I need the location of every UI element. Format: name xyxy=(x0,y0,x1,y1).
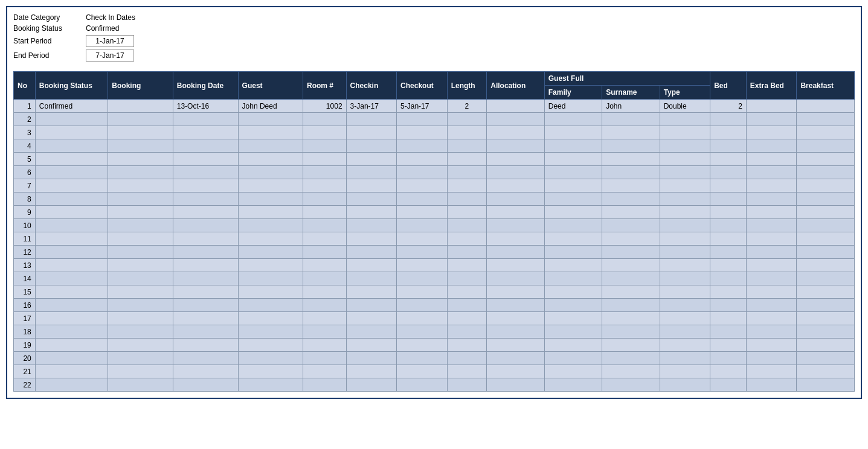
bookings-table: No Booking Status Booking Booking Date G… xyxy=(13,71,855,392)
table-cell xyxy=(710,219,747,232)
table-cell xyxy=(746,272,797,285)
table-row: 9 xyxy=(14,206,855,219)
table-cell: 2 xyxy=(447,100,487,113)
table-cell xyxy=(746,153,797,166)
table-cell xyxy=(710,246,747,259)
start-period-input[interactable]: 1-Jan-17 xyxy=(86,35,134,47)
table-cell xyxy=(108,113,173,126)
table-cell xyxy=(346,285,397,299)
table-cell xyxy=(797,299,855,312)
col-family: Family xyxy=(544,86,602,100)
table-cell xyxy=(108,219,173,232)
table-row: 6 xyxy=(14,166,855,179)
table-cell xyxy=(487,100,544,113)
table-cell xyxy=(346,232,397,246)
end-period-input[interactable]: 7-Jan-17 xyxy=(86,49,134,62)
table-cell xyxy=(173,126,238,139)
col-checkout: Checkout xyxy=(397,72,448,100)
table-cell xyxy=(710,232,747,246)
date-category-row: Date Category Check In Dates xyxy=(13,13,855,22)
table-row: 22 xyxy=(14,378,855,392)
table-cell xyxy=(710,272,747,285)
table-cell xyxy=(108,299,173,312)
table-cell xyxy=(710,352,747,365)
table-cell xyxy=(710,126,747,139)
table-cell xyxy=(397,179,448,193)
table-row: 12 xyxy=(14,246,855,259)
table-row: 14 xyxy=(14,272,855,285)
table-cell xyxy=(710,206,747,219)
table-cell xyxy=(487,299,544,312)
table-cell xyxy=(660,126,710,139)
table-cell xyxy=(397,365,448,378)
table-cell xyxy=(173,312,238,325)
table-cell xyxy=(397,299,448,312)
table-cell xyxy=(238,285,303,299)
table-cell xyxy=(173,325,238,339)
table-cell xyxy=(797,365,855,378)
table-cell xyxy=(108,126,173,139)
table-cell xyxy=(238,352,303,365)
table-cell xyxy=(238,166,303,179)
table-cell xyxy=(797,312,855,325)
table-cell xyxy=(397,352,448,365)
table-row: 8 xyxy=(14,193,855,206)
table-cell xyxy=(660,139,710,153)
table-cell xyxy=(544,325,602,339)
table-cell xyxy=(487,246,544,259)
table-cell: 19 xyxy=(14,339,36,352)
table-cell xyxy=(303,285,346,299)
table-cell xyxy=(35,285,108,299)
table-cell xyxy=(797,259,855,272)
table-cell xyxy=(487,193,544,206)
table-cell xyxy=(238,179,303,193)
col-booking: Booking xyxy=(108,72,173,100)
filter-section: Date Category Check In Dates Booking Sta… xyxy=(13,13,855,62)
table-cell: 17 xyxy=(14,312,36,325)
table-cell xyxy=(487,285,544,299)
booking-status-filter-value: Confirmed xyxy=(86,24,119,33)
date-category-value: Check In Dates xyxy=(86,13,135,22)
table-cell xyxy=(108,352,173,365)
table-cell xyxy=(238,312,303,325)
table-cell xyxy=(710,259,747,272)
table-cell xyxy=(238,193,303,206)
table-cell xyxy=(238,378,303,392)
table-cell xyxy=(710,113,747,126)
table-row: 13 xyxy=(14,259,855,272)
table-cell xyxy=(397,232,448,246)
table-cell xyxy=(108,272,173,285)
table-cell: 11 xyxy=(14,232,36,246)
table-cell xyxy=(35,232,108,246)
col-room: Room # xyxy=(303,72,346,100)
table-cell xyxy=(35,219,108,232)
table-cell xyxy=(710,179,747,193)
table-cell xyxy=(797,285,855,299)
table-cell xyxy=(108,325,173,339)
table-cell xyxy=(447,325,487,339)
table-cell xyxy=(173,139,238,153)
table-cell xyxy=(660,352,710,365)
table-cell xyxy=(710,285,747,299)
table-cell xyxy=(710,166,747,179)
table-cell xyxy=(746,219,797,232)
table-cell xyxy=(303,272,346,285)
table-cell xyxy=(447,378,487,392)
table-cell xyxy=(108,179,173,193)
table-cell xyxy=(397,246,448,259)
table-cell xyxy=(35,206,108,219)
table-cell xyxy=(544,259,602,272)
table-cell xyxy=(303,193,346,206)
table-cell: 13 xyxy=(14,259,36,272)
col-bed: Bed xyxy=(710,72,747,100)
table-cell xyxy=(487,206,544,219)
table-cell xyxy=(303,179,346,193)
table-cell xyxy=(238,206,303,219)
table-cell xyxy=(346,378,397,392)
table-cell: Confirmed xyxy=(35,100,108,113)
table-cell xyxy=(544,206,602,219)
table-cell xyxy=(397,113,448,126)
table-cell xyxy=(710,139,747,153)
table-cell xyxy=(660,166,710,179)
table-cell xyxy=(397,312,448,325)
